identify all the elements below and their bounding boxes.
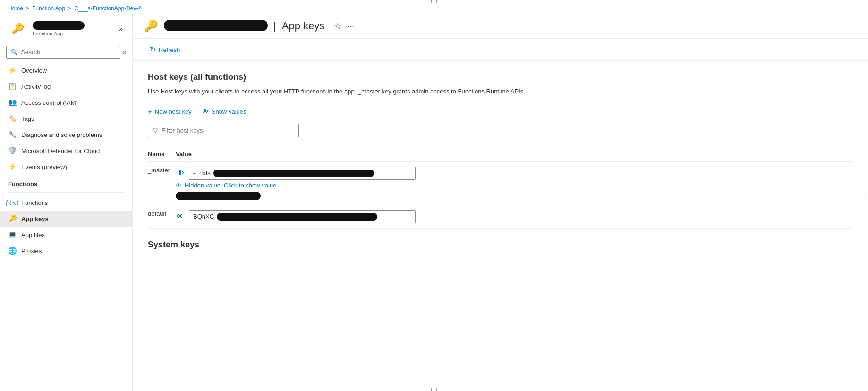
app-keys-icon: 🔑 (8, 214, 17, 223)
sidebar-item-access-control[interactable]: 👥 Access control (IAM) (0, 94, 132, 110)
master-key-partial: -ErixIs (193, 170, 211, 177)
breadcrumb-home[interactable]: Home (8, 5, 23, 12)
resize-handle-bl[interactable] (0, 388, 3, 391)
sidebar-item-label-diagnose: Diagnose and solve problems (21, 131, 102, 138)
resize-handle-tr[interactable] (865, 0, 868, 3)
key-name-master: _master (148, 162, 176, 205)
resize-handle-right[interactable] (865, 193, 868, 198)
sidebar-nav: ⚡ Overview 📋 Activity log 👥 Access contr… (0, 62, 132, 259)
breadcrumb-resource[interactable]: C___s-FunctionApp-Dev-2 (74, 5, 141, 12)
default-key-partial: BQnXC (193, 213, 214, 220)
sidebar-item-events[interactable]: ⚡ Events (preview) (0, 159, 132, 175)
hidden-value-hint-master[interactable]: 👁 Hidden value. Click to show value (176, 182, 847, 189)
table-row: _master 👁 -ErixIs (148, 162, 852, 205)
sidebar-item-tags[interactable]: 🏷️ Tags (0, 110, 132, 127)
sidebar-item-label-overview: Overview (21, 67, 47, 74)
page-title-icon: 🔑 (144, 19, 158, 33)
table-row: default 👁 BQnXC (148, 205, 852, 228)
collapse-icon[interactable]: « (122, 48, 127, 57)
sidebar: 🔑 Function App » 🔍 « ⚡ Overview (0, 14, 133, 391)
app-files-icon: 💻 (8, 230, 17, 239)
sidebar-item-functions[interactable]: ƒ(x) Functions (0, 195, 132, 211)
filter-input[interactable] (162, 127, 294, 134)
refresh-icon: ↻ (150, 45, 156, 54)
functions-divider (8, 192, 125, 193)
filter-box[interactable]: ▽ (148, 124, 299, 137)
app-title-block: Function App (33, 21, 85, 36)
breadcrumb-function-app[interactable]: Function App (32, 5, 65, 12)
sidebar-item-label-defender: Microsoft Defender for Cloud (21, 147, 100, 154)
new-host-key-label: New host key (155, 108, 192, 115)
sidebar-item-activity-log[interactable]: 📋 Activity log (0, 78, 132, 94)
favorite-icon[interactable]: ☆ (334, 21, 341, 31)
page-title-separator: | (273, 20, 276, 32)
functions-section-header: Functions (0, 175, 132, 190)
key-value-wrapper-default: 👁 BQnXC (176, 210, 847, 223)
collapse-sidebar-button[interactable]: » (117, 23, 125, 34)
sidebar-item-proxies[interactable]: 🌐 Proxies (0, 243, 132, 259)
refresh-label: Refresh (159, 46, 180, 53)
resize-handle-br[interactable] (865, 388, 868, 391)
hidden-eye-icon: 👁 (176, 182, 182, 189)
search-icon: 🔍 (10, 49, 18, 56)
app-subtitle: Function App (33, 31, 85, 36)
key-name-default: default (148, 205, 176, 228)
breadcrumb-sep1: > (26, 5, 29, 12)
filter-icon: ▽ (153, 127, 158, 134)
plus-icon: + (148, 108, 152, 116)
tags-icon: 🏷️ (8, 114, 17, 123)
master-key-blurred (213, 170, 374, 177)
sidebar-item-label-tags: Tags (21, 115, 34, 122)
functions-icon: ƒ(x) (8, 198, 17, 207)
sidebar-item-label-activity-log: Activity log (21, 83, 51, 90)
sidebar-item-defender[interactable]: 🛡️ Microsoft Defender for Cloud (0, 143, 132, 159)
activity-log-icon: 📋 (8, 82, 17, 91)
proxies-icon: 🌐 (8, 246, 17, 255)
hidden-value-text: Hidden value. Click to show value (185, 182, 276, 189)
host-keys-description: Use Host keys with your clients to acces… (148, 87, 573, 96)
sidebar-item-label-proxies: Proxies (21, 247, 42, 255)
action-bar: + New host key 👁 Show values (148, 106, 852, 118)
breadcrumb-sep2: > (68, 5, 71, 12)
app-icon: 🔑 (8, 19, 27, 38)
host-keys-section-title: Host keys (all functions) (148, 72, 852, 82)
sidebar-item-overview[interactable]: ⚡ Overview (0, 62, 132, 78)
sidebar-item-label-events: Events (preview) (21, 163, 67, 170)
master-name-blurred (176, 192, 261, 200)
resize-handle-bottom[interactable] (431, 388, 437, 391)
search-container: 🔍 « (0, 46, 132, 62)
search-box[interactable]: 🔍 (6, 46, 120, 59)
toolbar: ↻ Refresh (133, 39, 868, 61)
page-subtitle-text: App keys (282, 20, 325, 32)
col-value-header: Value (176, 147, 852, 162)
refresh-button[interactable]: ↻ Refresh (144, 42, 186, 57)
sidebar-item-label-access-control: Access control (IAM) (21, 99, 78, 106)
key-value-wrapper-master: 👁 -ErixIs (176, 167, 847, 180)
page-resource-name-blurred (164, 20, 268, 31)
more-options-button[interactable]: ··· (347, 21, 354, 31)
key-value-default: 👁 BQnXC (176, 205, 852, 228)
sidebar-item-label-functions: Functions (21, 199, 48, 206)
overview-icon: ⚡ (8, 66, 17, 75)
reveal-master-button[interactable]: 👁 (176, 168, 185, 178)
reveal-default-button[interactable]: 👁 (176, 212, 185, 222)
content-area: 🔑 | App keys ☆ ··· ↻ Refresh Host keys (… (133, 14, 868, 391)
page-header: 🔑 | App keys ☆ ··· (133, 14, 868, 39)
sidebar-item-app-files[interactable]: 💻 App files (0, 227, 132, 243)
sidebar-item-label-app-files: App files (21, 231, 45, 238)
resize-handle-tl[interactable] (0, 0, 3, 3)
key-value-master: 👁 -ErixIs 👁 Hidden value. Click to show … (176, 162, 852, 205)
diagnose-icon: 🔧 (8, 130, 17, 139)
sidebar-item-diagnose[interactable]: 🔧 Diagnose and solve problems (0, 127, 132, 143)
show-values-eye-icon: 👁 (201, 108, 209, 116)
master-blurred-row (176, 192, 847, 200)
resize-handle-left[interactable] (0, 193, 3, 198)
defender-icon: 🛡️ (8, 146, 17, 155)
resize-handle-top[interactable] (431, 0, 437, 3)
access-control-icon: 👥 (8, 98, 17, 107)
sidebar-item-app-keys[interactable]: 🔑 App keys (0, 211, 132, 227)
search-input[interactable] (21, 49, 116, 56)
new-host-key-button[interactable]: + New host key (148, 106, 192, 118)
show-values-button[interactable]: 👁 Show values (201, 106, 247, 118)
default-key-blurred (217, 213, 377, 221)
